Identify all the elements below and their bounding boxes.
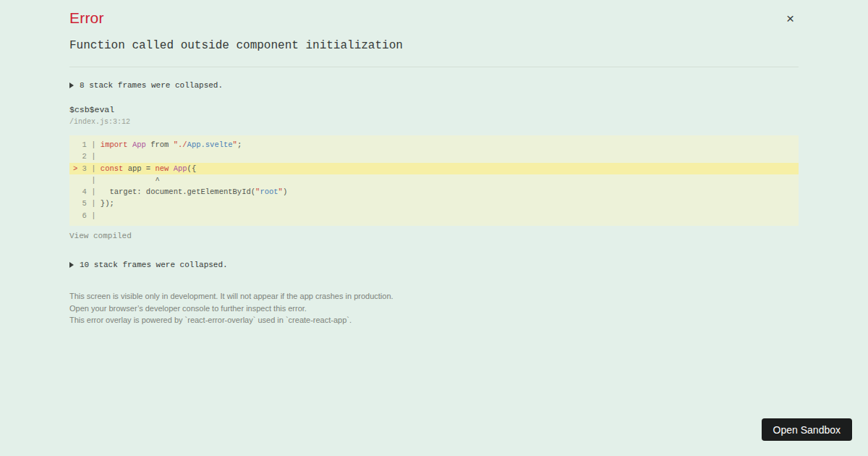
triangle-right-icon bbox=[69, 262, 74, 268]
overlay-footer: This screen is visible only in developme… bbox=[69, 290, 799, 326]
footer-line: This screen is visible only in developme… bbox=[69, 290, 799, 303]
code-line: 1 | import App from "./App.svelte"; bbox=[69, 139, 799, 151]
code-line: 4 | target: document.getElementById("roo… bbox=[69, 186, 799, 198]
open-sandbox-button[interactable]: Open Sandbox bbox=[762, 418, 852, 441]
stack-frame-location: /index.js:3:12 bbox=[69, 118, 799, 126]
collapsed-frames-top[interactable]: 8 stack frames were collapsed. bbox=[69, 81, 799, 90]
error-overlay: Error × Function called outside componen… bbox=[69, 0, 799, 326]
code-line: > 3 | const app = new App({ bbox=[69, 163, 799, 174]
footer-line: Open your browser’s developer console to… bbox=[69, 303, 799, 315]
close-icon[interactable]: × bbox=[786, 12, 794, 25]
error-title: Error bbox=[69, 0, 799, 27]
stack-frame-function: $csb$eval bbox=[69, 105, 799, 114]
code-line: 6 | bbox=[69, 210, 799, 221]
collapsed-frames-top-label: 8 stack frames were collapsed. bbox=[80, 81, 223, 90]
error-message: Function called outside component initia… bbox=[69, 39, 799, 52]
view-compiled-link[interactable]: View compiled bbox=[69, 232, 132, 240]
code-caret-line: | ^ bbox=[69, 174, 799, 186]
code-line: 2 | bbox=[69, 151, 799, 162]
footer-line: This error overlay is powered by `react-… bbox=[69, 314, 799, 326]
collapsed-frames-bottom[interactable]: 10 stack frames were collapsed. bbox=[69, 261, 799, 269]
triangle-right-icon bbox=[69, 83, 74, 88]
divider bbox=[69, 67, 799, 67]
collapsed-frames-bottom-label: 10 stack frames were collapsed. bbox=[80, 261, 228, 269]
code-frame: 1 | import App from "./App.svelte"; 2 | … bbox=[69, 135, 799, 226]
code-line: 5 | }); bbox=[69, 198, 799, 209]
